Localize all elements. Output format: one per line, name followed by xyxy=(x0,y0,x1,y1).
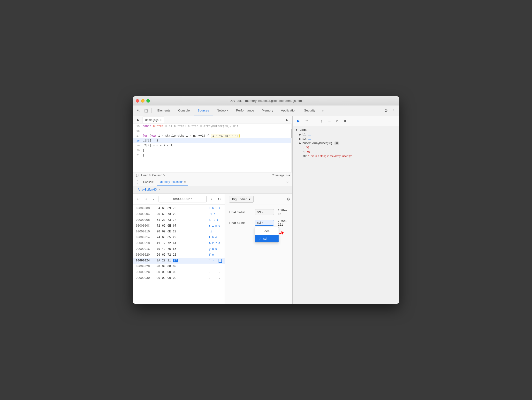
code-area[interactable]: 15 const buffer = b1.buffer; buffer = Ar… xyxy=(133,124,292,172)
code-line-20: 20 } xyxy=(133,148,292,153)
arraybuffer-tab[interactable]: ArrayBuffer(60) × xyxy=(135,186,163,193)
panel-tab-more-icon[interactable]: ⋮ xyxy=(135,180,140,185)
scope-item-str: str: "This is a string in the ArrayBuffe… xyxy=(295,154,397,158)
hex-refresh-btn[interactable]: ↻ xyxy=(216,196,222,202)
float-64-label: Float 64-bit xyxy=(229,221,251,225)
float-32-format-wrapper: sci ▾ xyxy=(255,209,274,215)
hex-row-7: 0000001C 79 42 75 66 y xyxy=(133,246,225,252)
hex-forward-btn[interactable]: ↪ xyxy=(143,196,149,202)
buffer-expand-icon[interactable]: ▶ xyxy=(299,141,301,145)
tab-sources[interactable]: Sources xyxy=(194,105,213,116)
tab-elements[interactable]: Elements xyxy=(153,105,174,116)
tab-console[interactable]: Console xyxy=(174,105,194,116)
memory-inspector-tab-close[interactable]: × xyxy=(184,180,186,183)
tab-network[interactable]: Network xyxy=(213,105,232,116)
debug-controls: ▶ ↷ ↓ ↑ → ⊘ ⏸ xyxy=(293,116,399,126)
settings-icon[interactable]: ⚙ xyxy=(383,107,389,114)
resume-btn[interactable]: ▶ xyxy=(295,118,302,124)
step-into-btn[interactable]: ↓ xyxy=(311,118,317,124)
more-tabs-icon[interactable]: » xyxy=(319,107,326,114)
browser-window: DevTools - memory-inspector.glitch.me/de… xyxy=(133,96,399,304)
dropdown-item-dec[interactable]: dec xyxy=(255,227,279,235)
tab-memory[interactable]: Memory xyxy=(258,105,277,116)
b1-expand-icon[interactable]: ▶ xyxy=(299,133,301,136)
hex-viewer: ↩ ↪ ‹ › ↻ 000000 xyxy=(133,194,225,304)
file-tab-close-icon[interactable]: × xyxy=(160,119,161,121)
titlebar: DevTools - memory-inspector.glitch.me/de… xyxy=(133,96,399,105)
float-32-chevron-icon: ▾ xyxy=(262,211,263,214)
hex-row-0: 00000000 54 68 69 73 T xyxy=(133,206,225,211)
dropdown-item-sci[interactable]: ✓ sci xyxy=(255,235,279,242)
scope-local-title: ▼ Local xyxy=(295,127,397,132)
mem-sub-tab-bar: ArrayBuffer(60) × xyxy=(133,186,292,194)
bottom-panel: ⋮ Console Memory Inspector × × xyxy=(133,178,292,304)
float-32-label: Float 32-bit xyxy=(229,210,251,214)
scope-section-local: ▼ Local ▶ b1: … ▶ b2: … xyxy=(293,127,399,159)
hex-row-2: 00000008 61 20 73 74 a xyxy=(133,217,225,223)
scope-item-b2: ▶ b2: … xyxy=(295,137,397,141)
float-settings-icon[interactable]: ⚙ xyxy=(285,196,292,203)
top-toolbar: ↖ ⬚ Elements Console Sources Network Per… xyxy=(133,105,399,116)
hex-row-5: 00000014 74 68 65 20 t xyxy=(133,235,225,240)
hex-back-btn[interactable]: ↩ xyxy=(135,196,141,202)
hex-nav: ↩ ↪ ‹ › ↻ xyxy=(133,194,225,205)
code-scrollbar-thumb[interactable] xyxy=(291,129,292,138)
panel-close-button[interactable]: × xyxy=(285,179,290,185)
cursor-icon[interactable]: ↖ xyxy=(135,107,142,114)
device-icon[interactable]: ⬚ xyxy=(143,107,149,114)
hex-next-btn[interactable]: › xyxy=(209,196,214,202)
address-input[interactable] xyxy=(159,196,207,202)
scope-item-buffer: ▶ buffer: ArrayBuffer(60) ▦ xyxy=(295,141,397,145)
endian-selector[interactable]: Big Endian ▾ xyxy=(229,196,254,203)
toolbar-divider xyxy=(151,108,152,113)
close-traffic-light[interactable] xyxy=(136,99,139,103)
float-32-format-btn[interactable]: sci ▾ xyxy=(255,209,274,215)
main-content: ▶ demo-js.js × ▶ 15 const buffer = b1.bu… xyxy=(133,116,399,304)
arraybuffer-tab-close[interactable]: × xyxy=(159,188,160,191)
scope-item-i: i: 40 xyxy=(295,145,397,150)
minimize-traffic-light[interactable] xyxy=(141,99,144,103)
hex-rows[interactable]: 00000000 54 68 69 73 T xyxy=(133,205,225,304)
code-line-19: 19 b2[i] = n - i - 1; xyxy=(133,143,292,148)
float-inspector-panel: Big Endian ▾ ⚙ Float 32-bit xyxy=(225,194,292,304)
pause-btn[interactable]: ⏸ xyxy=(342,118,348,124)
file-tab-demo-js[interactable]: demo-js.js × xyxy=(143,117,164,123)
maximize-traffic-light[interactable] xyxy=(146,99,150,103)
endian-chevron-icon: ▾ xyxy=(249,197,251,201)
toolbar-right: ⚙ ⋮ xyxy=(383,107,397,114)
hex-prev-btn[interactable]: ‹ xyxy=(151,196,157,202)
tab-application[interactable]: Application xyxy=(277,105,300,116)
b2-expand-icon[interactable]: ▶ xyxy=(299,137,301,141)
breakpoints-icon[interactable]: ⊘ xyxy=(334,118,341,124)
code-line-17: 17 for (var i = str.length; i < n; ++i) … xyxy=(133,133,292,138)
run-snippet-icon[interactable]: ▶ xyxy=(284,117,290,123)
status-position: Line 18, Column 5 xyxy=(141,174,165,177)
tab-memory-inspector[interactable]: Memory Inspector × xyxy=(157,179,188,185)
panel-tab-bar: ⋮ Console Memory Inspector × × xyxy=(133,178,292,186)
window-title: DevTools - memory-inspector.glitch.me/de… xyxy=(229,99,303,103)
float-32-row: Float 32-bit sci ▾ 1.78e-15 xyxy=(229,208,292,216)
sci-label: sci xyxy=(263,237,267,240)
buffer-badge: ▦ xyxy=(334,141,339,145)
scope-expand-arrow[interactable]: ▼ xyxy=(295,128,298,132)
code-scrollbar[interactable] xyxy=(291,124,292,172)
code-line-18: 18 b1[i] = i; xyxy=(133,138,292,143)
hex-row-3: 0000000C 72 69 6E 67 r xyxy=(133,223,225,229)
file-tab-name: demo-js.js xyxy=(145,118,159,122)
float-32-value: 1.78e-15 xyxy=(278,208,287,216)
step-btn[interactable]: → xyxy=(326,118,333,124)
tab-security[interactable]: Security xyxy=(300,105,319,116)
float-64-format-btn[interactable]: sci ▾ xyxy=(255,220,274,226)
hex-row-1: 00000004 20 69 73 20 xyxy=(133,211,225,217)
step-out-btn[interactable]: ↑ xyxy=(318,118,325,124)
tab-console-bottom[interactable]: Console xyxy=(141,179,156,185)
float-64-row: Float 64-bit sci ▾ xyxy=(229,218,292,227)
file-nav-icon[interactable]: ▶ xyxy=(135,117,142,123)
tab-performance[interactable]: Performance xyxy=(232,105,258,116)
float-64-value: 7.75e-121 xyxy=(278,219,287,226)
hex-row-10: 00000028 00 00 00 00 . xyxy=(133,264,225,269)
scope-item-b1: ▶ b1: … xyxy=(295,132,397,137)
step-over-btn[interactable]: ↷ xyxy=(303,118,310,124)
left-panel: ▶ demo-js.js × ▶ 15 const buffer = b1.bu… xyxy=(133,116,293,304)
more-options-icon[interactable]: ⋮ xyxy=(390,107,397,114)
